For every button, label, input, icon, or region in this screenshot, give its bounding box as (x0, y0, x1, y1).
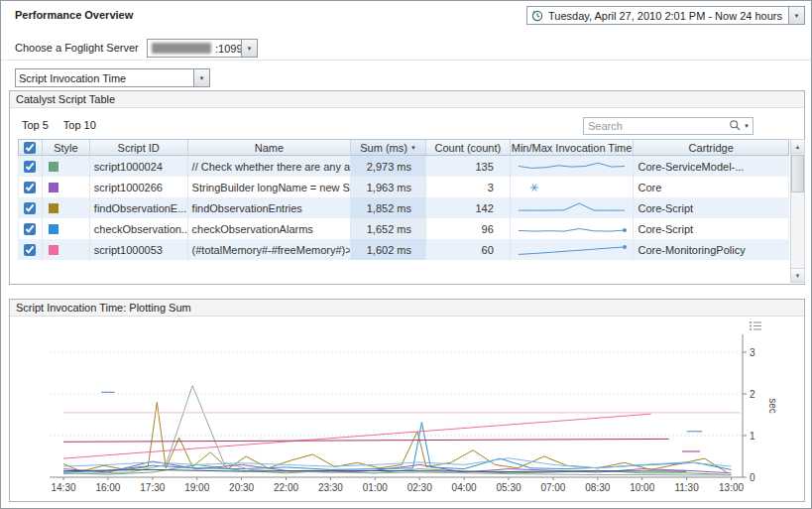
row-script-id[interactable]: script1000024 (90, 156, 188, 177)
col-header-name[interactable]: Name (188, 140, 352, 155)
select-all-checkbox[interactable] (24, 142, 36, 154)
row-checkbox[interactable] (24, 244, 36, 256)
table-header-row: Style Script ID Name Sum (ms) ▼ Count (c… (18, 139, 789, 156)
table-row[interactable]: script1000024 // Check whether there are… (18, 156, 789, 177)
svg-text:23:30: 23:30 (318, 482, 343, 493)
svg-text:02:30: 02:30 (407, 482, 432, 493)
search-actions: ▼ (729, 119, 753, 134)
select-all-cell (19, 140, 43, 155)
time-range-selector[interactable]: Tuesday, April 27, 2010 2:01 PM - Now 24… (526, 6, 805, 25)
row-style-cell (43, 218, 90, 239)
row-sum: 1,852 ms (351, 197, 426, 218)
sparkline (511, 157, 633, 177)
style-swatch (49, 162, 58, 172)
server-picker-label: Choose a Foglight Server (15, 42, 139, 54)
top-10-link[interactable]: Top 10 (63, 119, 96, 131)
svg-text:11:30: 11:30 (674, 482, 699, 493)
table-row[interactable]: script1000266 StringBuilder longName = n… (18, 177, 789, 197)
col-header-script-id[interactable]: Script ID (90, 140, 188, 155)
row-name: (#totalMemory#-#freeMemory#)>... (188, 239, 352, 260)
scroll-down-icon[interactable]: ▼ (791, 268, 804, 282)
row-name: StringBuilder longName = new Strin... (188, 177, 352, 197)
svg-text:0: 0 (750, 472, 755, 483)
chevron-down-icon[interactable]: ▼ (241, 40, 257, 57)
svg-text:20:30: 20:30 (229, 482, 254, 493)
row-checkbox[interactable] (24, 202, 36, 214)
row-sum: 1,963 ms (351, 177, 426, 197)
row-count: 3 (426, 177, 511, 197)
row-count: 135 (426, 156, 511, 177)
scrollbar-thumb[interactable] (791, 155, 804, 192)
row-sparkline-cell (511, 197, 635, 218)
server-select[interactable]: :1099 ▼ (147, 39, 258, 58)
svg-text:05:30: 05:30 (496, 482, 521, 493)
row-style-cell (43, 177, 90, 197)
col-header-minmax[interactable]: Min/Max Invocation Time (511, 140, 635, 155)
svg-text:07:00: 07:00 (540, 482, 565, 493)
row-checkbox[interactable] (24, 161, 36, 173)
scroll-up-icon[interactable]: ▲ (791, 140, 804, 154)
table-row[interactable]: checkObservation... checkObservationAlar… (18, 218, 789, 239)
search-input[interactable] (584, 120, 729, 132)
col-header-style[interactable]: Style (43, 140, 90, 155)
chevron-down-icon[interactable]: ▼ (788, 7, 804, 24)
row-script-id[interactable]: script1000053 (90, 239, 188, 260)
metric-select-value: Script Invocation Time (16, 72, 193, 84)
row-sum: 1,602 ms (351, 239, 426, 260)
chevron-down-icon[interactable]: ▼ (744, 123, 750, 129)
svg-text:19:00: 19:00 (184, 482, 209, 493)
row-style-cell (43, 239, 90, 260)
row-check-cell (19, 177, 43, 197)
col-header-count[interactable]: Count (count) (426, 140, 511, 155)
sparkline (511, 240, 633, 260)
svg-text:01:00: 01:00 (363, 482, 388, 493)
sparkline (511, 219, 633, 239)
row-script-id[interactable]: script1000266 (90, 177, 188, 197)
search-icon[interactable] (729, 119, 742, 134)
row-cartridge: Core-Script (634, 197, 788, 218)
clock-history-icon (527, 10, 545, 22)
sort-desc-icon: ▼ (410, 145, 416, 151)
row-sparkline-cell (511, 156, 635, 177)
chart-options-icon[interactable] (749, 320, 762, 333)
col-header-sum-label: Sum (ms) (360, 142, 407, 154)
table-row[interactable]: script1000053 (#totalMemory#-#freeMemory… (18, 239, 789, 260)
row-checkbox[interactable] (24, 223, 36, 235)
row-style-cell (43, 197, 90, 218)
row-count: 142 (426, 197, 511, 218)
metric-select[interactable]: Script Invocation Time ▼ (15, 68, 210, 87)
row-check-cell (19, 239, 43, 260)
catalyst-script-table-panel: Catalyst Script Table Top 5 Top 10 ▼ (9, 90, 805, 285)
row-cartridge: Core (634, 177, 788, 197)
style-swatch (49, 183, 58, 192)
row-checkbox[interactable] (24, 182, 36, 193)
top-5-link[interactable]: Top 5 (22, 119, 49, 131)
style-swatch (49, 203, 58, 213)
svg-text:3: 3 (750, 347, 755, 358)
svg-text:16:00: 16:00 (95, 482, 120, 493)
row-style-cell (43, 156, 90, 177)
redacted-server-name (152, 43, 211, 54)
table-row[interactable]: findObservationE... findObservationEntri… (18, 197, 789, 218)
invocation-time-chart: 0123sec14:3016:0017:3019:0020:3022:0023:… (10, 317, 804, 501)
row-count: 96 (426, 218, 511, 239)
row-count: 60 (426, 239, 511, 260)
table-scrollbar[interactable]: ▲ ▼ (790, 139, 805, 283)
page-title: Performance Overview (15, 9, 133, 21)
chevron-down-icon[interactable]: ▼ (193, 69, 209, 86)
svg-text:13:00: 13:00 (719, 482, 744, 493)
col-header-cartridge[interactable]: Cartridge (634, 140, 788, 155)
row-name: // Check whether there are any alar... (188, 156, 352, 177)
row-cartridge: Core-ServiceModel-... (634, 156, 788, 177)
svg-text:10:00: 10:00 (630, 482, 654, 493)
col-header-sum[interactable]: Sum (ms) ▼ (351, 140, 426, 155)
sparkline (511, 198, 633, 218)
row-check-cell (19, 218, 43, 239)
row-sparkline-cell (511, 218, 635, 239)
row-sum: 2,973 ms (351, 156, 426, 177)
row-check-cell (19, 156, 43, 177)
svg-text:sec: sec (767, 398, 778, 414)
row-script-id[interactable]: findObservationE... (90, 197, 188, 218)
row-cartridge: Core-Script (634, 218, 788, 239)
row-script-id[interactable]: checkObservation... (90, 218, 188, 239)
